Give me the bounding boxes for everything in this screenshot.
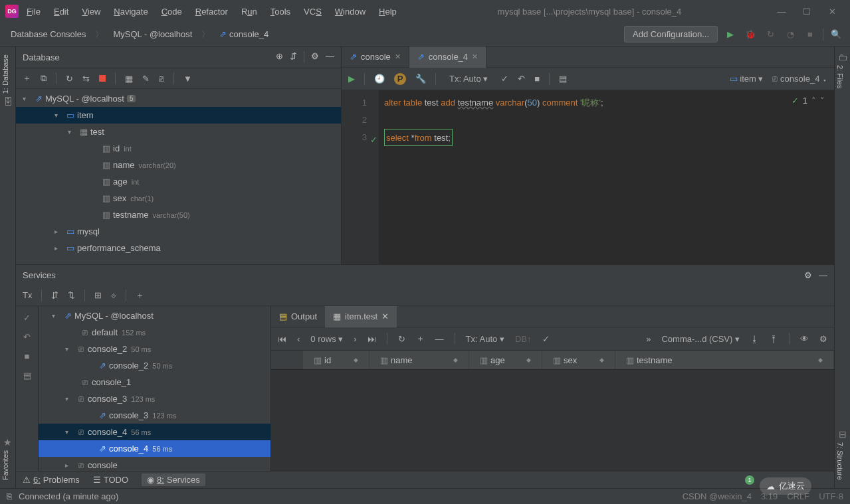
col-header-id[interactable]: ▥id◆ bbox=[303, 351, 370, 369]
tab-item-test[interactable]: ▦item.test ✕ bbox=[325, 306, 397, 327]
settings-icon[interactable]: ⚙ bbox=[819, 334, 827, 344]
reload-icon[interactable]: ↻ bbox=[398, 334, 405, 344]
commit-icon[interactable]: ✓ bbox=[542, 334, 550, 344]
tree-connection[interactable]: ▾⇗ MySQL - @localhost 5 bbox=[16, 90, 341, 107]
tree-column[interactable]: ▥testnamevarchar(50) bbox=[16, 207, 341, 223]
tab-services[interactable]: ◉ 8: Services bbox=[142, 473, 205, 486]
stop-icon[interactable]: ■ bbox=[25, 351, 30, 361]
rail-favorites[interactable]: Favorites bbox=[0, 448, 11, 483]
run-icon[interactable]: ▶ bbox=[723, 27, 738, 42]
results-grid[interactable] bbox=[271, 370, 834, 471]
menu-help[interactable]: Help bbox=[373, 4, 402, 19]
menu-navigate[interactable]: Navigate bbox=[108, 4, 153, 19]
close-icon[interactable]: ✕ bbox=[472, 52, 478, 61]
menu-code[interactable]: Code bbox=[156, 4, 187, 19]
tree-schema-mysql[interactable]: ▸▭ mysql bbox=[16, 223, 341, 240]
svc-connection[interactable]: ▾⇗ MySQL - @localhost bbox=[39, 307, 270, 324]
crumb-console[interactable]: ⇗ console_4 bbox=[215, 28, 272, 41]
remove-row-icon[interactable]: — bbox=[435, 334, 444, 344]
inspection-widget[interactable]: ✓ 1 ˄ ˅ bbox=[792, 96, 825, 106]
col-header-testname[interactable]: ▥testname◆ bbox=[615, 351, 834, 369]
svc-default[interactable]: ⎚default152 ms bbox=[39, 324, 270, 341]
format-dropdown[interactable]: Comma-...d (CSV) ▾ bbox=[661, 334, 740, 344]
stop-icon[interactable] bbox=[99, 74, 106, 84]
collapse-icon[interactable]: ⇅ bbox=[68, 290, 75, 300]
hide-icon[interactable]: — bbox=[326, 51, 334, 63]
last-page-icon[interactable]: ⏭ bbox=[368, 334, 376, 344]
prev-page-icon[interactable]: ‹ bbox=[297, 334, 300, 344]
menu-file[interactable]: FFileile bbox=[21, 4, 46, 19]
tab-output[interactable]: ▤Output bbox=[271, 306, 325, 327]
svc-console[interactable]: ▸⎚console bbox=[39, 457, 270, 471]
search-icon[interactable]: 🔍 bbox=[829, 27, 843, 42]
export-icon[interactable]: ⭳ bbox=[750, 334, 759, 344]
stop-icon[interactable]: ■ bbox=[534, 74, 540, 84]
history-icon[interactable]: 🕘 bbox=[374, 74, 385, 84]
tree-column[interactable]: ▥sexchar(1) bbox=[16, 190, 341, 207]
collapse-icon[interactable]: ⇵ bbox=[290, 51, 297, 63]
svc-console2-child[interactable]: ⇗console_250 ms bbox=[39, 357, 270, 374]
svc-console4-child[interactable]: ⇗console_456 ms bbox=[39, 440, 270, 457]
col-header-age[interactable]: ▥age◆ bbox=[469, 351, 542, 369]
import-icon[interactable]: ⭱ bbox=[770, 334, 778, 344]
stop-icon[interactable]: ■ bbox=[803, 27, 817, 42]
tab-icon[interactable]: ⟐ bbox=[111, 290, 116, 300]
rail-files[interactable]: 2: Files bbox=[835, 62, 845, 91]
menu-view[interactable]: View bbox=[76, 4, 106, 19]
gear-icon[interactable]: ⚙ bbox=[804, 270, 812, 280]
tree-column[interactable]: ▥namevarchar(20) bbox=[16, 157, 341, 173]
rail-structure[interactable]: 7: Structure bbox=[835, 440, 845, 483]
ddl-icon[interactable]: DB↑ bbox=[515, 334, 532, 344]
rollback-icon[interactable]: ↶ bbox=[23, 332, 31, 342]
hide-icon[interactable]: — bbox=[819, 270, 827, 280]
tree-column[interactable]: ▥ageint bbox=[16, 173, 341, 190]
tx-mode-dropdown[interactable]: Tx: Auto ▾ bbox=[466, 334, 504, 344]
tree-schema-perf[interactable]: ▸▭ performance_schema bbox=[16, 240, 341, 256]
tab-console[interactable]: ⇗ console ✕ bbox=[342, 46, 409, 68]
filter-icon[interactable]: ▼ bbox=[183, 74, 192, 84]
svc-console4[interactable]: ▾⎚console_456 ms bbox=[39, 424, 270, 440]
maximize-button[interactable]: ☐ bbox=[802, 7, 811, 16]
row-number-header[interactable] bbox=[271, 351, 303, 369]
add-row-icon[interactable]: ＋ bbox=[416, 333, 425, 345]
tab-problems[interactable]: ⚠ 6: Problems bbox=[23, 475, 80, 485]
edit-icon[interactable]: ✎ bbox=[142, 74, 150, 84]
tab-console4[interactable]: ⇗ console_4 ✕ bbox=[409, 46, 486, 68]
coverage-icon[interactable]: ↻ bbox=[763, 27, 778, 42]
add-icon[interactable]: ＋ bbox=[136, 290, 144, 301]
session-target[interactable]: ⎚ console_4 ▾ bbox=[772, 74, 827, 84]
menu-run[interactable]: Run bbox=[236, 4, 263, 19]
tree-schema-item[interactable]: ▾▭ item bbox=[16, 107, 341, 124]
more-icon[interactable]: » bbox=[646, 334, 651, 344]
explain-icon[interactable]: P bbox=[394, 73, 406, 85]
settings-icon[interactable]: 🔧 bbox=[415, 74, 426, 84]
tab-todo[interactable]: ☰ TODO bbox=[93, 475, 128, 485]
minimize-button[interactable]: — bbox=[777, 7, 786, 16]
console-icon[interactable]: ⎚ bbox=[159, 74, 164, 84]
col-header-sex[interactable]: ▥sex◆ bbox=[542, 351, 615, 369]
expand-icon[interactable]: ⇵ bbox=[51, 290, 58, 300]
refresh-icon[interactable]: ↻ bbox=[66, 74, 73, 84]
commit-icon[interactable]: ✓ bbox=[501, 74, 508, 84]
tree-column[interactable]: ▥idint bbox=[16, 140, 341, 157]
next-page-icon[interactable]: › bbox=[354, 334, 356, 344]
file-encoding[interactable]: UTF-8 bbox=[819, 491, 843, 501]
svc-console3[interactable]: ▾⎚console_3123 ms bbox=[39, 390, 270, 407]
group-icon[interactable]: ⊞ bbox=[94, 290, 102, 300]
sync-icon[interactable]: ⇆ bbox=[82, 74, 90, 84]
svc-console2[interactable]: ▾⎚console_250 ms bbox=[39, 341, 270, 357]
menu-edit[interactable]: Edit bbox=[49, 4, 74, 19]
profile-icon[interactable]: ◔ bbox=[783, 27, 797, 42]
check-icon[interactable]: ✓ bbox=[23, 313, 31, 323]
crumb-connection[interactable]: MySQL - @localhost bbox=[109, 28, 196, 41]
layout-icon[interactable]: ▤ bbox=[23, 371, 31, 380]
execute-icon[interactable]: ▶ bbox=[348, 74, 355, 84]
close-icon[interactable]: ✕ bbox=[381, 311, 389, 321]
menu-window[interactable]: Window bbox=[330, 4, 371, 19]
schema-target[interactable]: ▭ item ▾ bbox=[730, 74, 764, 84]
svc-console3-child[interactable]: ⇗console_3123 ms bbox=[39, 407, 270, 424]
crumb-consoles[interactable]: Database Consoles bbox=[7, 28, 90, 41]
copy-icon[interactable]: ⧉ bbox=[41, 73, 47, 84]
rail-database[interactable]: 1: Database bbox=[0, 52, 11, 96]
menu-refactor[interactable]: Refactor bbox=[190, 4, 233, 19]
